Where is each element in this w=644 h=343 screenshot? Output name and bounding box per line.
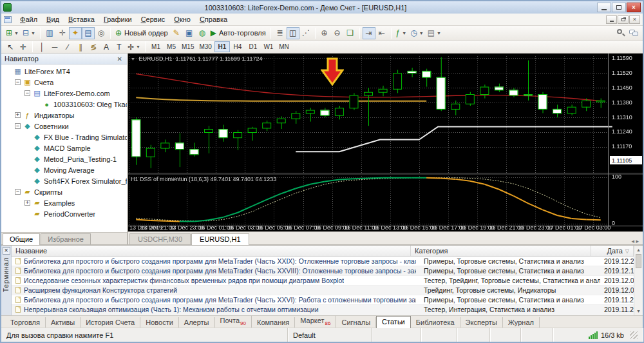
candlestick-mode-button[interactable]: ◫ — [287, 27, 299, 39]
timeframe-h4-button[interactable]: H4 — [230, 41, 245, 52]
article-title[interactable]: Исследование сезонных характеристик фина… — [24, 277, 344, 284]
navigator-tab-избранное[interactable]: Избранное — [41, 233, 91, 244]
arrows-tool-button[interactable]: ✢▼ — [126, 41, 142, 53]
article-title[interactable]: Расширяем функционал Конструктора страте… — [24, 286, 177, 294]
vertical-line-tool-button[interactable]: │ — [35, 41, 48, 53]
tree-item-expert[interactable]: −◆Moving Average — [1, 164, 127, 175]
child-close-button[interactable]: × — [629, 15, 640, 24]
table-row[interactable]: Исследование сезонных характеристик фина… — [12, 276, 634, 286]
indicators-list-button[interactable]: ƒ▼ — [394, 27, 409, 39]
tile-windows-button[interactable]: ❏ — [344, 27, 357, 39]
strategy-tester-button[interactable]: ◎ — [95, 27, 108, 39]
column-header-cat[interactable]: Категория — [411, 246, 591, 256]
terminal-tab-активы[interactable]: Активы — [46, 317, 80, 328]
article-title[interactable]: Непрерывная скользящая оптимизация (Част… — [24, 306, 319, 313]
tree-item-expert[interactable]: −◆FX Blue - Trading Simulator v3 — [1, 132, 127, 142]
tree-item-expert[interactable]: −◆Metod_Puria_Testing-1 — [1, 153, 127, 164]
experts-enable-button[interactable]: ▣ — [183, 27, 196, 39]
tree-item-script[interactable]: −▰PeriodConverter — [1, 208, 127, 219]
terminal-tab-история-счета[interactable]: История Счета — [80, 317, 140, 328]
price-chart-canvas[interactable] — [128, 54, 643, 231]
scroll-down-icon[interactable]: ▼ — [634, 307, 643, 315]
chart-area[interactable]: ▼ EURUSD,H1 1.11761 1.11777 1.11699 1.11… — [128, 54, 643, 231]
table-row[interactable]: Расширяем функционал Конструктора страте… — [12, 286, 634, 295]
tree-item-experts[interactable]: −◆Советники — [1, 121, 127, 132]
tree-item-expert[interactable]: −◆MACD Sample — [1, 142, 127, 153]
timeframe-h1-button[interactable]: H1 — [214, 41, 230, 52]
line-chart-mode-button[interactable]: ⋰ — [299, 27, 312, 39]
timeframe-m5-button[interactable]: M5 — [164, 41, 179, 52]
column-header-date[interactable]: Дата▽ — [591, 246, 634, 256]
terminal-tab-библиотека[interactable]: Библиотека — [411, 317, 460, 328]
timeframe-w1-button[interactable]: W1 — [261, 41, 276, 52]
menu-сервис[interactable]: Сервис — [137, 14, 170, 24]
terminal-tab-сигналы[interactable]: Сигналы — [336, 317, 376, 328]
tree-item-expert[interactable]: −◆Soft4FX Forex Simulator_fix — [1, 175, 127, 186]
maximize-button[interactable] — [612, 3, 626, 12]
chart-tab-usdchf-m30[interactable]: USDCHF,M30 — [129, 233, 191, 244]
terminal-tab-новости[interactable]: Новости — [140, 317, 179, 328]
tree-item-accounts[interactable]: −▣Счета — [1, 77, 127, 88]
horizontal-line-tool-button[interactable]: ─ — [48, 41, 61, 53]
news-button[interactable]: ◍ — [196, 27, 209, 39]
article-title[interactable]: Библиотека для простого и быстрого созда… — [24, 257, 416, 265]
menu-справка[interactable]: Справка — [195, 14, 232, 24]
auto-trading-button[interactable]: ▶Авто-торговля — [209, 27, 268, 39]
table-row[interactable]: Библиотека для простого и быстрого созда… — [12, 266, 634, 276]
tree-item-script[interactable]: +▰Examples — [1, 197, 127, 208]
trendline-tool-button[interactable]: ∕ — [61, 41, 74, 53]
market-watch-button[interactable]: ▥ — [43, 27, 56, 39]
zoom-out-button[interactable]: ⊖ — [331, 27, 344, 39]
periods-button[interactable]: ◷▼ — [408, 27, 425, 39]
navigator-tab-общие[interactable]: Общие — [3, 233, 40, 245]
status-profile[interactable]: Default — [288, 328, 372, 342]
timeframe-d1-button[interactable]: D1 — [245, 41, 261, 52]
collapse-icon[interactable]: − — [24, 90, 30, 96]
terminal-close-icon[interactable]: ✕ — [3, 247, 10, 255]
timeframe-m1-button[interactable]: M1 — [148, 41, 164, 52]
terminal-tab-статьи[interactable]: Статьи — [376, 316, 411, 328]
collapse-icon[interactable]: − — [15, 123, 21, 129]
chart-tab-eurusd-h1[interactable]: EURUSD,H1 — [191, 233, 249, 245]
search-button[interactable] — [614, 27, 627, 39]
minimize-button[interactable] — [597, 3, 611, 12]
auto-scroll-button[interactable]: ⇥ — [363, 27, 375, 39]
column-header-name[interactable]: Название — [12, 246, 411, 256]
data-window-button[interactable]: ✛ — [56, 27, 69, 39]
navigator-button[interactable]: ✦ — [69, 27, 82, 39]
tree-item-indicators[interactable]: +ƒИндикаторы — [1, 110, 127, 121]
metaeditor-button[interactable]: ✎ — [170, 27, 183, 39]
collapse-icon[interactable]: − — [15, 189, 21, 195]
close-button[interactable]: × — [627, 3, 641, 12]
profiles-button[interactable]: ⊟▼ — [21, 27, 37, 39]
terminal-tab-почта[interactable]: Почта90 — [215, 315, 252, 328]
chat-button[interactable] — [627, 27, 640, 39]
expand-icon[interactable]: + — [24, 200, 30, 206]
expand-icon[interactable]: + — [15, 112, 21, 118]
menu-графики[interactable]: Графики — [99, 14, 137, 24]
chart-shift-button[interactable]: ⇤ — [375, 27, 388, 39]
terminal-tab-журнал[interactable]: Журнал — [503, 317, 540, 328]
menu-окно[interactable]: Окно — [169, 14, 195, 24]
new-order-button[interactable]: ⊕Новый ордер — [113, 27, 170, 39]
cursor-tool-button[interactable]: ↖ — [4, 41, 17, 53]
terminal-tab-маркет[interactable]: Маркет86 — [295, 315, 336, 328]
tree-item-account[interactable]: −●1003310603: Oleg Tkachenko-N — [1, 99, 127, 110]
timeframe-mn-button[interactable]: MN — [276, 41, 292, 52]
terminal-tab-компания[interactable]: Компания — [252, 317, 295, 328]
channel-tool-button[interactable]: ∥ — [74, 41, 87, 53]
terminal-tab-эксперты[interactable]: Эксперты — [460, 317, 503, 328]
text-tool-button[interactable]: A — [100, 41, 113, 53]
table-row[interactable]: Библиотека для простого и быстрого созда… — [12, 257, 634, 266]
menu-файл[interactable]: Файл — [15, 14, 42, 24]
crosshair-tool-button[interactable]: ✛ — [17, 41, 30, 53]
resize-grip[interactable] — [630, 331, 638, 339]
menu-вставка[interactable]: Вставка — [64, 14, 99, 24]
child-minimize-button[interactable] — [606, 15, 617, 24]
table-scrollbar[interactable]: ▲ ▼ — [634, 246, 643, 315]
scroll-up-icon[interactable]: ▲ — [634, 246, 643, 254]
terminal-tab-торговля[interactable]: Торговля — [5, 317, 46, 328]
new-chart-button[interactable]: ⊞▼ — [4, 27, 21, 39]
terminal-tab-алерты[interactable]: Алерты — [179, 317, 215, 328]
child-restore-button[interactable] — [618, 15, 629, 24]
